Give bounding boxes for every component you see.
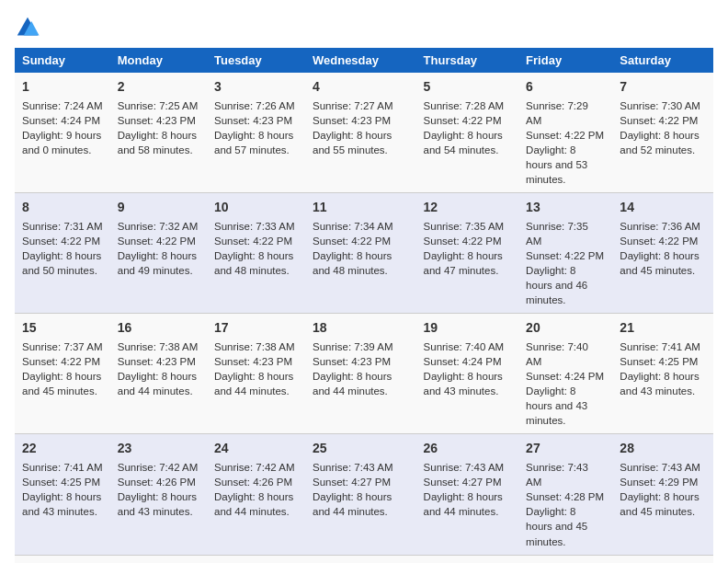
day-number: 21 xyxy=(620,319,706,338)
calendar-week-row: 22Sunrise: 7:41 AMSunset: 4:25 PMDayligh… xyxy=(15,434,713,555)
calendar-cell xyxy=(416,555,519,563)
calendar-cell: 23Sunrise: 7:42 AMSunset: 4:26 PMDayligh… xyxy=(110,434,207,555)
sunset-label: Sunset: 4:23 PM xyxy=(313,115,391,126)
calendar-header-saturday: Saturday xyxy=(612,48,713,73)
calendar-header-thursday: Thursday xyxy=(416,48,519,73)
sunrise-label: Sunrise: 7:36 AM xyxy=(620,221,700,232)
calendar-cell: 4Sunrise: 7:27 AMSunset: 4:23 PMDaylight… xyxy=(305,73,416,193)
sunset-label: Sunset: 4:29 PM xyxy=(620,477,698,488)
daylight-label: Daylight: 8 hours and 43 minutes. xyxy=(424,371,503,396)
sunset-label: Sunset: 4:27 PM xyxy=(313,477,391,488)
calendar-cell: 31Sunrise: 7:44 AMSunset: 4:31 PMDayligh… xyxy=(207,555,305,563)
calendar-cell: 3Sunrise: 7:26 AMSunset: 4:23 PMDaylight… xyxy=(207,73,305,193)
daylight-label: Daylight: 8 hours and 44 minutes. xyxy=(313,371,392,396)
daylight-label: Daylight: 8 hours and 45 minutes. xyxy=(620,250,699,276)
daylight-label: Daylight: 8 hours and 57 minutes. xyxy=(214,130,293,155)
daylight-label: Daylight: 8 hours and 46 minutes. xyxy=(526,265,587,305)
daylight-label: Daylight: 8 hours and 44 minutes. xyxy=(424,491,503,517)
daylight-label: Daylight: 8 hours and 43 minutes. xyxy=(118,491,197,517)
calendar-week-row: 15Sunrise: 7:37 AMSunset: 4:22 PMDayligh… xyxy=(15,314,713,434)
sunset-label: Sunset: 4:22 PM xyxy=(424,115,502,126)
sunset-label: Sunset: 4:22 PM xyxy=(620,236,698,247)
sunset-label: Sunset: 4:22 PM xyxy=(118,236,196,247)
calendar-cell: 15Sunrise: 7:37 AMSunset: 4:22 PMDayligh… xyxy=(15,314,110,434)
calendar-cell: 8Sunrise: 7:31 AMSunset: 4:22 PMDaylight… xyxy=(15,193,110,314)
daylight-label: Daylight: 8 hours and 47 minutes. xyxy=(424,250,503,276)
logo-icon xyxy=(15,15,40,40)
sunset-label: Sunset: 4:22 PM xyxy=(313,236,391,247)
sunrise-label: Sunrise: 7:35 AM xyxy=(424,221,505,232)
sunrise-label: Sunrise: 7:32 AM xyxy=(118,221,199,232)
daylight-label: Daylight: 8 hours and 48 minutes. xyxy=(214,250,293,276)
logo xyxy=(15,15,44,40)
daylight-label: Daylight: 8 hours and 50 minutes. xyxy=(22,250,101,276)
daylight-label: Daylight: 8 hours and 44 minutes. xyxy=(118,371,197,396)
sunrise-label: Sunrise: 7:43 AM xyxy=(526,462,588,488)
day-number: 15 xyxy=(22,319,103,338)
day-number: 18 xyxy=(313,319,409,338)
calendar-cell: 21Sunrise: 7:41 AMSunset: 4:25 PMDayligh… xyxy=(612,314,713,434)
day-number: 1 xyxy=(22,78,103,97)
sunrise-label: Sunrise: 7:35 AM xyxy=(526,221,588,247)
daylight-label: Daylight: 8 hours and 43 minutes. xyxy=(526,385,587,426)
daylight-label: Daylight: 8 hours and 43 minutes. xyxy=(620,371,699,396)
calendar-cell: 20Sunrise: 7:40 AMSunset: 4:24 PMDayligh… xyxy=(518,314,612,434)
calendar-cell: 13Sunrise: 7:35 AMSunset: 4:22 PMDayligh… xyxy=(518,193,612,314)
day-number: 7 xyxy=(620,78,706,97)
sunrise-label: Sunrise: 7:24 AM xyxy=(22,100,103,111)
calendar-cell: 7Sunrise: 7:30 AMSunset: 4:22 PMDaylight… xyxy=(612,73,713,193)
daylight-label: Daylight: 8 hours and 53 minutes. xyxy=(526,144,587,185)
calendar-header-wednesday: Wednesday xyxy=(305,48,416,73)
sunset-label: Sunset: 4:26 PM xyxy=(118,477,196,488)
daylight-label: Daylight: 8 hours and 44 minutes. xyxy=(313,491,392,517)
sunrise-label: Sunrise: 7:28 AM xyxy=(424,100,505,111)
day-number: 17 xyxy=(214,319,298,338)
sunrise-label: Sunrise: 7:25 AM xyxy=(118,100,199,111)
sunrise-label: Sunrise: 7:39 AM xyxy=(313,341,393,352)
sunrise-label: Sunrise: 7:43 AM xyxy=(313,462,393,473)
sunrise-label: Sunrise: 7:42 AM xyxy=(214,462,295,473)
calendar-cell: 12Sunrise: 7:35 AMSunset: 4:22 PMDayligh… xyxy=(416,193,519,314)
calendar-cell: 10Sunrise: 7:33 AMSunset: 4:22 PMDayligh… xyxy=(207,193,305,314)
sunset-label: Sunset: 4:23 PM xyxy=(214,115,292,126)
daylight-label: Daylight: 8 hours and 44 minutes. xyxy=(214,491,293,517)
day-number: 12 xyxy=(424,199,512,217)
sunset-label: Sunset: 4:24 PM xyxy=(526,371,604,382)
calendar-header-row: SundayMondayTuesdayWednesdayThursdayFrid… xyxy=(15,48,713,73)
sunset-label: Sunset: 4:22 PM xyxy=(526,250,604,261)
sunrise-label: Sunrise: 7:37 AM xyxy=(22,341,103,352)
calendar-cell: 29Sunrise: 7:44 AMSunset: 4:30 PMDayligh… xyxy=(15,555,110,563)
calendar-week-row: 1Sunrise: 7:24 AMSunset: 4:24 PMDaylight… xyxy=(15,73,713,193)
calendar-cell: 25Sunrise: 7:43 AMSunset: 4:27 PMDayligh… xyxy=(305,434,416,555)
calendar-header-friday: Friday xyxy=(518,48,612,73)
day-number: 5 xyxy=(424,78,512,97)
day-number: 14 xyxy=(620,199,706,217)
day-number: 24 xyxy=(214,440,298,458)
daylight-label: Daylight: 8 hours and 58 minutes. xyxy=(118,130,197,155)
calendar-cell: 17Sunrise: 7:38 AMSunset: 4:23 PMDayligh… xyxy=(207,314,305,434)
sunset-label: Sunset: 4:25 PM xyxy=(22,477,100,488)
sunrise-label: Sunrise: 7:43 AM xyxy=(620,462,700,473)
sunrise-label: Sunrise: 7:29 AM xyxy=(526,100,588,126)
sunset-label: Sunset: 4:22 PM xyxy=(424,236,502,247)
day-number: 2 xyxy=(118,78,199,97)
sunrise-label: Sunrise: 7:40 AM xyxy=(526,341,588,367)
sunrise-label: Sunrise: 7:30 AM xyxy=(620,100,700,111)
sunset-label: Sunset: 4:24 PM xyxy=(424,356,502,367)
day-number: 9 xyxy=(118,199,199,217)
sunrise-label: Sunrise: 7:42 AM xyxy=(118,462,199,473)
daylight-label: Daylight: 8 hours and 44 minutes. xyxy=(214,371,293,396)
calendar-header-tuesday: Tuesday xyxy=(207,48,305,73)
day-number: 8 xyxy=(22,199,103,217)
daylight-label: Daylight: 8 hours and 54 minutes. xyxy=(424,130,503,155)
daylight-label: Daylight: 8 hours and 45 minutes. xyxy=(526,506,587,546)
calendar-cell: 6Sunrise: 7:29 AMSunset: 4:22 PMDaylight… xyxy=(518,73,612,193)
day-number: 23 xyxy=(118,440,199,458)
day-number: 6 xyxy=(526,78,605,97)
sunrise-label: Sunrise: 7:40 AM xyxy=(424,341,505,352)
sunset-label: Sunset: 4:23 PM xyxy=(118,115,196,126)
sunrise-label: Sunrise: 7:34 AM xyxy=(313,221,393,232)
sunset-label: Sunset: 4:23 PM xyxy=(313,356,391,367)
calendar-cell: 5Sunrise: 7:28 AMSunset: 4:22 PMDaylight… xyxy=(416,73,519,193)
calendar-cell: 24Sunrise: 7:42 AMSunset: 4:26 PMDayligh… xyxy=(207,434,305,555)
